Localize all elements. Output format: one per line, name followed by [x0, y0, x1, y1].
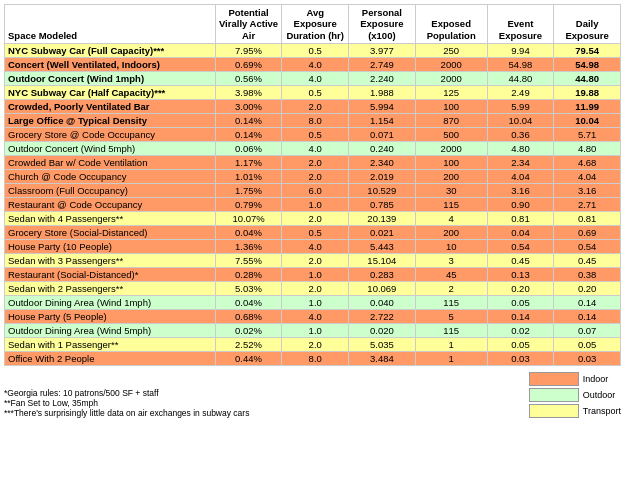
- cell-ee: 5.99: [487, 100, 554, 114]
- table-row: Sedan with 1 Passenger**2.52%2.05.03510.…: [5, 338, 621, 352]
- cell-aed: 2.0: [282, 254, 349, 268]
- table-row: Crowded Bar w/ Code Ventilation1.17%2.02…: [5, 156, 621, 170]
- cell-aed: 4.0: [282, 142, 349, 156]
- cell-de: 44.80: [554, 72, 621, 86]
- cell-de: 4.80: [554, 142, 621, 156]
- cell-de: 0.45: [554, 254, 621, 268]
- cell-pva: 7.95%: [215, 44, 282, 58]
- indoor-color-box: [529, 372, 579, 386]
- cell-ee: 0.81: [487, 212, 554, 226]
- cell-ee: 9.94: [487, 44, 554, 58]
- cell-de: 54.98: [554, 58, 621, 72]
- cell-ep: 115: [415, 198, 487, 212]
- cell-pva: 5.03%: [215, 282, 282, 296]
- cell-space: NYC Subway Car (Half Capacity)***: [5, 86, 216, 100]
- table-row: NYC Subway Car (Half Capacity)***3.98%0.…: [5, 86, 621, 100]
- table-row: Sedan with 2 Passengers**5.03%2.010.0692…: [5, 282, 621, 296]
- table-row: House Party (5 People)0.68%4.02.72250.14…: [5, 310, 621, 324]
- cell-ee: 0.90: [487, 198, 554, 212]
- transport-color-box: [529, 404, 579, 418]
- cell-aed: 0.5: [282, 128, 349, 142]
- cell-space: Office With 2 People: [5, 352, 216, 366]
- table-row: Large Office @ Typical Density0.14%8.01.…: [5, 114, 621, 128]
- cell-ee: 0.02: [487, 324, 554, 338]
- cell-space: Outdoor Dining Area (Wind 1mph): [5, 296, 216, 310]
- cell-pva: 0.56%: [215, 72, 282, 86]
- cell-ee: 54.98: [487, 58, 554, 72]
- cell-aed: 2.0: [282, 282, 349, 296]
- cell-pva: 0.02%: [215, 324, 282, 338]
- cell-ee: 3.16: [487, 184, 554, 198]
- cell-de: 0.14: [554, 296, 621, 310]
- cell-pva: 0.28%: [215, 268, 282, 282]
- cell-de: 0.05: [554, 338, 621, 352]
- table-row: Grocery Store (Social-Distanced)0.04%0.5…: [5, 226, 621, 240]
- cell-pva: 0.06%: [215, 142, 282, 156]
- cell-pva: 0.44%: [215, 352, 282, 366]
- cell-de: 0.69: [554, 226, 621, 240]
- table-row: Classroom (Full Occupancy)1.75%6.010.529…: [5, 184, 621, 198]
- cell-pva: 0.68%: [215, 310, 282, 324]
- cell-space: Crowded Bar w/ Code Ventilation: [5, 156, 216, 170]
- table-row: Sedan with 4 Passengers**10.07%2.020.139…: [5, 212, 621, 226]
- outdoor-color-box: [529, 388, 579, 402]
- note3: ***There's surprisingly little data on a…: [4, 408, 529, 418]
- cell-pe: 2.019: [349, 170, 416, 184]
- cell-space: Sedan with 4 Passengers**: [5, 212, 216, 226]
- cell-aed: 2.0: [282, 170, 349, 184]
- cell-ep: 115: [415, 324, 487, 338]
- exposure-table: Space Modeled Potential Virally Active A…: [4, 4, 621, 366]
- cell-pe: 20.139: [349, 212, 416, 226]
- cell-pe: 10.529: [349, 184, 416, 198]
- cell-pe: 0.040: [349, 296, 416, 310]
- cell-pva: 1.75%: [215, 184, 282, 198]
- table-row: Office With 2 People0.44%8.03.48410.030.…: [5, 352, 621, 366]
- cell-de: 4.04: [554, 170, 621, 184]
- transport-label: Transport: [583, 406, 621, 416]
- cell-space: Restaurant (Social-Distanced)*: [5, 268, 216, 282]
- cell-ep: 500: [415, 128, 487, 142]
- header-de: Daily Exposure: [554, 5, 621, 44]
- cell-ep: 250: [415, 44, 487, 58]
- cell-ee: 0.45: [487, 254, 554, 268]
- cell-de: 2.71: [554, 198, 621, 212]
- cell-ee: 0.13: [487, 268, 554, 282]
- cell-pe: 0.785: [349, 198, 416, 212]
- table-row: Crowded, Poorly Ventilated Bar3.00%2.05.…: [5, 100, 621, 114]
- cell-pva: 1.01%: [215, 170, 282, 184]
- cell-pe: 3.484: [349, 352, 416, 366]
- cell-aed: 4.0: [282, 58, 349, 72]
- cell-pva: 2.52%: [215, 338, 282, 352]
- cell-de: 0.20: [554, 282, 621, 296]
- cell-ep: 2: [415, 282, 487, 296]
- cell-ee: 44.80: [487, 72, 554, 86]
- cell-pe: 5.443: [349, 240, 416, 254]
- cell-pe: 10.069: [349, 282, 416, 296]
- cell-aed: 0.5: [282, 44, 349, 58]
- legend-transport: Transport: [529, 404, 621, 418]
- cell-de: 11.99: [554, 100, 621, 114]
- table-row: NYC Subway Car (Full Capacity)***7.95%0.…: [5, 44, 621, 58]
- footer: *Georgia rules: 10 patrons/500 SF + staf…: [4, 372, 621, 418]
- cell-pe: 0.240: [349, 142, 416, 156]
- cell-ep: 200: [415, 170, 487, 184]
- cell-ep: 100: [415, 156, 487, 170]
- cell-de: 0.38: [554, 268, 621, 282]
- cell-pva: 0.14%: [215, 114, 282, 128]
- table-row: Sedan with 3 Passengers**7.55%2.015.1043…: [5, 254, 621, 268]
- cell-space: Outdoor Dining Area (Wind 5mph): [5, 324, 216, 338]
- cell-aed: 4.0: [282, 310, 349, 324]
- cell-de: 10.04: [554, 114, 621, 128]
- cell-ep: 5: [415, 310, 487, 324]
- cell-ep: 4: [415, 212, 487, 226]
- note2: **Fan Set to Low, 35mph: [4, 398, 529, 408]
- cell-ep: 30: [415, 184, 487, 198]
- cell-pe: 0.020: [349, 324, 416, 338]
- cell-ee: 0.20: [487, 282, 554, 296]
- cell-de: 4.68: [554, 156, 621, 170]
- cell-pva: 0.14%: [215, 128, 282, 142]
- table-row: Outdoor Dining Area (Wind 1mph)0.04%1.00…: [5, 296, 621, 310]
- cell-aed: 1.0: [282, 268, 349, 282]
- table-row: Restaurant @ Code Occupancy0.79%1.00.785…: [5, 198, 621, 212]
- cell-aed: 2.0: [282, 156, 349, 170]
